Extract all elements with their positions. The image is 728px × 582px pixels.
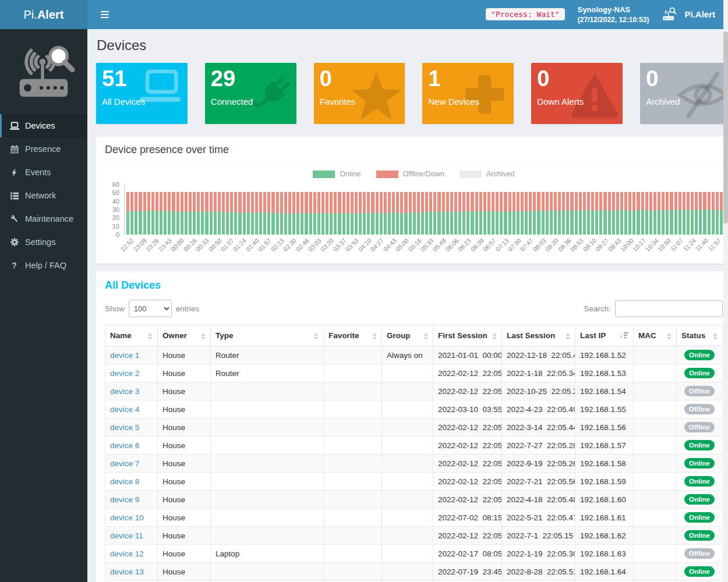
new-devices-box[interactable]: 1 New Devices — [422, 63, 514, 124]
presence-bar — [255, 192, 258, 235]
calendar-icon — [9, 145, 19, 154]
device-link[interactable]: device 11 — [110, 531, 143, 540]
cell-owner: House — [158, 473, 211, 491]
cell-last-ip: 192.168.1.62 — [575, 527, 634, 545]
table-row: device 1HouseRouterAlways on2021-01-01 0… — [105, 346, 723, 364]
cell-mac — [634, 563, 677, 581]
column-header-owner[interactable]: Owner — [158, 325, 211, 346]
presence-bar — [151, 192, 154, 235]
column-header-last-session[interactable]: Last Session — [502, 325, 575, 346]
presence-bar — [313, 192, 316, 235]
table-row: device 8House2022-02-12 22:052022-7-21 2… — [105, 473, 723, 491]
presence-bar — [288, 192, 291, 235]
column-header-mac[interactable]: MAC — [634, 325, 677, 346]
device-link[interactable]: device 9 — [110, 495, 139, 504]
presence-bar — [471, 192, 473, 235]
presence-bar — [716, 192, 719, 235]
presence-bar — [176, 192, 179, 235]
device-link[interactable]: device 5 — [110, 423, 139, 432]
column-header-favorite[interactable]: Favorite — [324, 325, 382, 346]
column-header-first-session[interactable]: First Session — [433, 325, 502, 346]
cell-favorite — [324, 400, 382, 418]
legend-item[interactable]: Archived — [460, 170, 515, 178]
presence-bar — [708, 192, 711, 235]
column-header-group[interactable]: Group — [382, 325, 433, 346]
sidebar-item-network[interactable]: Network — [0, 184, 87, 207]
presence-bar — [575, 192, 578, 235]
presence-bar — [496, 192, 499, 235]
presence-bar — [292, 192, 295, 235]
presence-bar — [147, 192, 150, 235]
presence-bar — [371, 192, 374, 235]
column-header-type[interactable]: Type — [211, 325, 324, 346]
archived-box[interactable]: 0 Archived — [640, 63, 728, 124]
presence-bar — [222, 192, 225, 235]
device-link[interactable]: device 3 — [110, 387, 139, 396]
legend-item[interactable]: Online — [313, 170, 361, 178]
brand-link[interactable]: Pi.Alert — [662, 6, 715, 22]
sidebar-item-presence[interactable]: Presence — [0, 137, 87, 161]
presence-bar — [620, 192, 623, 235]
presence-bar — [570, 192, 573, 235]
page-length-select[interactable]: 100 — [129, 300, 172, 317]
column-header-status[interactable]: Status — [677, 325, 723, 346]
sidebar-item-maintenance[interactable]: Maintenance — [0, 207, 87, 230]
favorites-box[interactable]: 0 Favorites — [314, 63, 405, 124]
sidebar-item-events[interactable]: Events — [0, 161, 87, 184]
chart-title: Device presence over time — [96, 137, 728, 164]
scrollbar-thumb[interactable] — [723, 31, 728, 223]
presence-bar — [674, 192, 677, 235]
cell-type — [211, 400, 324, 418]
device-link[interactable]: device 6 — [110, 441, 139, 450]
host-info: Synology-NAS (27/12/2022, 12:10:53) — [578, 5, 649, 24]
all-devices-box[interactable]: 51 All Devices — [96, 63, 188, 124]
presence-bar — [616, 192, 619, 235]
device-link[interactable]: device 1 — [110, 351, 139, 360]
presence-bar — [226, 192, 229, 235]
connected-box[interactable]: 29 Connected — [205, 63, 296, 124]
sidebar-toggle-button[interactable] — [96, 6, 114, 23]
page-scrollbar[interactable] — [723, 0, 728, 582]
column-header-last-ip[interactable]: Last IP↓ — [575, 325, 634, 346]
pialert-router-icon — [662, 6, 679, 22]
cell-favorite — [324, 346, 382, 364]
cell-first-session: 2022-03-10 03:55 — [433, 400, 502, 418]
cell-type — [211, 473, 324, 491]
legend-item[interactable]: Offline/Down — [376, 170, 444, 178]
sidebar-item-help-faq[interactable]: ? Help / FAQ — [0, 254, 87, 277]
search-input[interactable] — [615, 300, 723, 317]
cell-last-session: 2022-1-19 22:05.30 — [502, 545, 575, 563]
legend-label: Online — [340, 170, 361, 178]
cell-first-session: 2022-02-12 22:05 — [433, 418, 502, 436]
sidebar-item-settings[interactable]: Settings — [0, 230, 87, 254]
device-link[interactable]: device 8 — [110, 477, 139, 486]
app-logo[interactable]: Pi.Alert — [0, 0, 87, 29]
presence-bar — [172, 192, 175, 235]
presence-bar — [296, 192, 299, 235]
table-row: device 7House2022-02-12 22:052022-9-19 2… — [105, 455, 723, 473]
cell-mac — [634, 509, 677, 527]
device-link[interactable]: device 4 — [110, 405, 139, 414]
legend-swatch — [313, 171, 335, 178]
cell-type — [211, 455, 324, 473]
host-name: Synology-NAS — [578, 5, 649, 15]
sidebar-item-label: Events — [25, 168, 51, 177]
table-title: All Devices — [105, 279, 723, 292]
y-tick-label: 50 — [112, 189, 119, 196]
sort-active-icon: ↓ — [619, 332, 628, 339]
down-alerts-box[interactable]: 0 Down Alerts — [531, 63, 623, 124]
sidebar-item-label: Maintenance — [25, 214, 73, 223]
device-link[interactable]: device 13 — [110, 567, 144, 576]
search-label: Search: — [584, 304, 611, 313]
device-link[interactable]: device 2 — [110, 369, 139, 378]
device-link[interactable]: device 7 — [110, 459, 139, 468]
presence-bar — [662, 192, 665, 235]
column-header-name[interactable]: Name — [105, 325, 158, 346]
status-badge: Online — [684, 530, 715, 541]
device-link[interactable]: device 12 — [110, 549, 144, 558]
sidebar-item-devices[interactable]: Devices — [0, 114, 87, 137]
cell-first-session: 2022-02-12 22:05 — [433, 455, 502, 473]
presence-bar — [587, 192, 590, 235]
presence-bar — [479, 192, 482, 235]
device-link[interactable]: device 10 — [110, 513, 144, 522]
